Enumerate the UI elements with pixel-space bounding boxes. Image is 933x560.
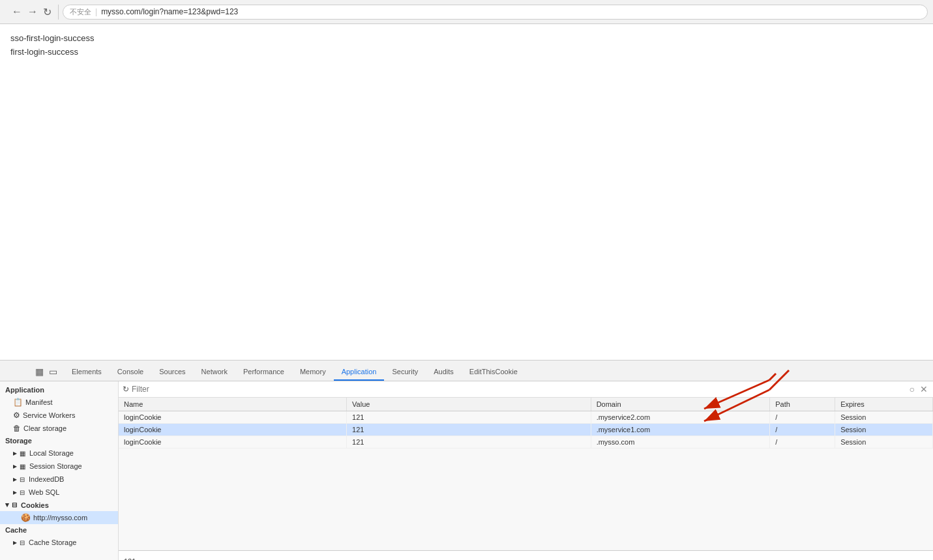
local-storage-label: Local Storage xyxy=(29,449,74,457)
insecure-badge: 不安全 xyxy=(70,7,91,17)
cell-path: / xyxy=(770,411,835,424)
sidebar-item-cache-storage[interactable]: ▸ ⊟ Cache Storage xyxy=(0,536,118,549)
indexeddb-label: IndexedDB xyxy=(29,475,64,483)
session-storage-db-icon: ▦ xyxy=(20,463,25,470)
clear-storage-icon: 🗑 xyxy=(13,424,21,433)
sidebar-item-clear-storage[interactable]: 🗑 Clear storage xyxy=(0,422,118,435)
tab-audits[interactable]: Audits xyxy=(426,364,462,381)
table-row[interactable]: loginCookie 121 .myservice2.com / Sessio… xyxy=(119,411,933,424)
cell-value: 121 xyxy=(347,411,591,424)
clear-storage-label: Clear storage xyxy=(23,424,67,432)
cookie-url-icon: 🍪 xyxy=(21,513,31,522)
cell-value: 121 xyxy=(347,424,591,436)
manifest-icon: 📋 xyxy=(13,398,23,407)
page-content: sso-first-login-success first-login-succ… xyxy=(0,24,933,361)
forward-button[interactable]: → xyxy=(25,5,40,19)
page-line2: first-login-success xyxy=(10,46,923,59)
cell-path: / xyxy=(770,424,835,436)
sidebar-item-manifest[interactable]: 📋 Manifest xyxy=(0,396,118,409)
local-storage-icon: ▸ xyxy=(13,449,17,458)
col-header-expires: Expires xyxy=(835,398,933,411)
sidebar-item-cookies-mysso[interactable]: 🍪 http://mysso.com xyxy=(0,511,118,524)
cell-name: loginCookie xyxy=(119,411,347,424)
cookies-label: Cookies xyxy=(21,501,49,509)
cache-db-icon: ⊟ xyxy=(20,539,25,546)
sidebar-item-indexeddb[interactable]: ▸ ⊟ IndexedDB xyxy=(0,473,118,486)
col-header-domain: Domain xyxy=(591,398,770,411)
tab-performance[interactable]: Performance xyxy=(235,364,292,381)
cell-path: / xyxy=(770,436,835,449)
cell-name: loginCookie xyxy=(119,424,347,436)
sidebar-section-application[interactable]: Application xyxy=(0,384,118,396)
sidebar-section-storage[interactable]: Storage xyxy=(0,435,118,447)
filter-close-button[interactable]: ✕ xyxy=(919,384,929,394)
tab-network[interactable]: Network xyxy=(194,364,235,381)
page-line1: sso-first-login-success xyxy=(10,32,923,46)
refresh-button[interactable]: ↻ xyxy=(123,385,129,394)
cell-domain: .myservice1.com xyxy=(591,424,770,436)
sidebar-item-websql[interactable]: ▸ ⊟ Web SQL xyxy=(0,486,118,499)
browser-chrome: ← → ↻ 不安全 | mysso.com/login?name=123&pwd… xyxy=(0,0,933,24)
back-button[interactable]: ← xyxy=(9,5,25,19)
tab-application[interactable]: Application xyxy=(334,364,385,381)
section-application-label: Application xyxy=(5,386,44,394)
sidebar-item-service-workers[interactable]: ⚙ Service Workers xyxy=(0,409,118,422)
cell-expires: Session xyxy=(835,411,933,424)
tab-sources[interactable]: Sources xyxy=(151,364,193,381)
table-header-row: Name Value Domain Path Expires xyxy=(119,398,933,411)
websql-label: Web SQL xyxy=(29,488,60,496)
sidebar-item-local-storage[interactable]: ▸ ▦ Local Storage xyxy=(0,447,118,460)
websql-db-icon: ⊟ xyxy=(20,489,25,496)
tab-security[interactable]: Security xyxy=(384,364,426,381)
address-bar[interactable]: 不安全 | mysso.com/login?name=123&pwd=123 xyxy=(63,5,928,20)
filter-bar: ↻ ○ ✕ xyxy=(119,381,933,398)
tab-editthiscookie[interactable]: EditThisCookie xyxy=(462,364,526,381)
devtools-icon-group: ▦ ▭ xyxy=(29,362,64,381)
cell-expires: Session xyxy=(835,436,933,449)
service-workers-icon: ⚙ xyxy=(13,411,20,420)
devtools-sidebar: Application 📋 Manifest ⚙ Service Workers… xyxy=(0,381,119,560)
local-storage-db-icon: ▦ xyxy=(20,450,25,457)
cache-storage-icon: ▸ xyxy=(13,538,17,547)
url-display: mysso.com/login?name=123&pwd=123 xyxy=(101,7,921,16)
indexeddb-db-icon: ⊟ xyxy=(20,476,25,483)
cookie-table-container: Name Value Domain Path Expires loginCook… xyxy=(119,398,933,550)
nav-icons: ← → ↻ xyxy=(5,5,59,20)
session-storage-icon: ▸ xyxy=(13,462,17,471)
cell-name: loginCookie xyxy=(119,436,347,449)
filter-clear-button[interactable]: ○ xyxy=(908,384,916,394)
session-storage-label: Session Storage xyxy=(29,462,82,470)
table-row[interactable]: loginCookie 121 .myservice1.com / Sessio… xyxy=(119,424,933,436)
sidebar-section-cache[interactable]: Cache xyxy=(0,524,118,536)
cell-value: 121 xyxy=(347,436,591,449)
main-panel: ↻ ○ ✕ xyxy=(119,381,933,560)
manifest-label: Manifest xyxy=(25,398,53,406)
sidebar-group-cookies: ▾ ⊟ Cookies 🍪 http://mysso.com xyxy=(0,499,118,524)
cookies-url-label: http://mysso.com xyxy=(33,514,87,522)
tab-elements[interactable]: Elements xyxy=(64,364,110,381)
section-cache-label: Cache xyxy=(5,526,27,534)
service-workers-label: Service Workers xyxy=(23,411,75,419)
tab-memory[interactable]: Memory xyxy=(292,364,334,381)
nav-bar: ← → ↻ 不安全 | mysso.com/login?name=123&pwd… xyxy=(0,0,933,23)
reload-button[interactable]: ↻ xyxy=(40,5,54,20)
col-header-path: Path xyxy=(770,398,835,411)
indexeddb-icon: ▸ xyxy=(13,475,17,484)
devtools-tab-bar: ▦ ▭ Elements Console Sources Network Per… xyxy=(0,361,933,381)
sidebar-item-session-storage[interactable]: ▸ ▦ Session Storage xyxy=(0,460,118,473)
col-header-value: Value xyxy=(347,398,591,411)
cache-storage-label: Cache Storage xyxy=(29,538,76,546)
selected-cookie-value: 121 xyxy=(124,557,136,561)
device-icon[interactable]: ▭ xyxy=(46,365,60,378)
tab-console[interactable]: Console xyxy=(110,364,151,381)
filter-input[interactable] xyxy=(132,385,906,394)
col-header-name: Name xyxy=(119,398,347,411)
bottom-value-panel: 121 xyxy=(119,550,933,560)
cookies-db-icon: ⊟ xyxy=(12,501,17,508)
cell-expires: Session xyxy=(835,424,933,436)
inspect-icon[interactable]: ▦ xyxy=(33,365,46,378)
table-row[interactable]: loginCookie 121 .mysso.com / Session xyxy=(119,436,933,449)
section-storage-label: Storage xyxy=(5,437,32,445)
cookie-table-wrapper: Name Value Domain Path Expires loginCook… xyxy=(119,398,933,560)
sidebar-item-cookies[interactable]: ▾ ⊟ Cookies xyxy=(0,499,118,511)
